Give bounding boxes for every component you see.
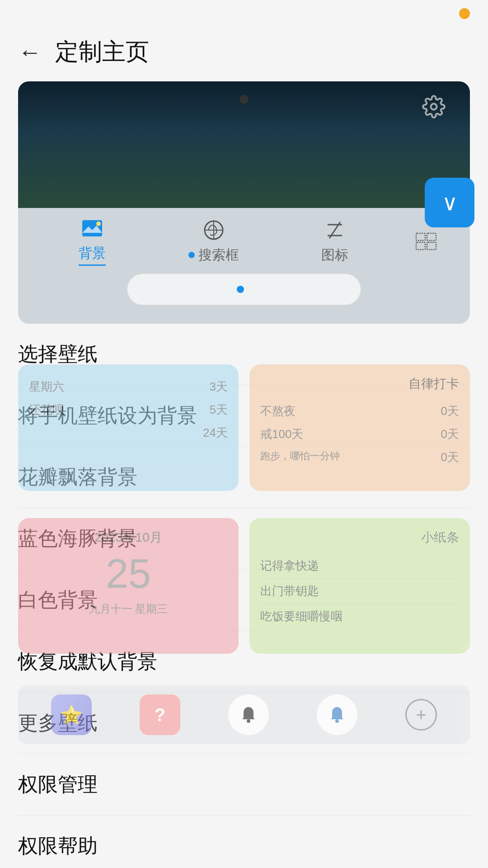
tab-layout[interactable]: [396, 230, 456, 253]
search-box-dot: [237, 286, 244, 293]
menu-item-choose-wallpaper[interactable]: 选择壁纸: [18, 324, 470, 385]
menu-item-permission-help[interactable]: 权限帮助: [18, 816, 470, 868]
search-box-preview: [127, 273, 361, 306]
preview-background: [18, 81, 470, 208]
chevron-down-icon: ∨: [442, 190, 458, 215]
svg-point-3: [96, 222, 101, 226]
camera-dot: [239, 95, 249, 104]
menu-item-petal-bg[interactable]: 花瓣飘落背景: [18, 447, 470, 508]
search-tab-icon: [200, 219, 227, 241]
layout-tab-icon: [413, 230, 440, 253]
icons-tab-icon: [321, 219, 348, 241]
background-tab-icon: [79, 217, 106, 240]
preview-frame: 背景 搜索框: [18, 81, 470, 324]
svg-rect-13: [427, 242, 436, 250]
menu-item-restore-default[interactable]: 恢复成默认背景: [18, 631, 470, 693]
tab-icons[interactable]: 图标: [274, 219, 396, 264]
page-title: 定制主页: [55, 36, 149, 68]
menu-item-dolphin-bg[interactable]: 蓝色海豚背景: [18, 508, 470, 570]
menu-item-set-phone-wallpaper[interactable]: 将手机壁纸设为背景: [18, 385, 470, 447]
svg-rect-12: [416, 242, 425, 250]
icons-tab-label: 图标: [321, 246, 348, 264]
preview-section: 背景 搜索框: [18, 81, 470, 324]
menu-item-white-bg[interactable]: 白色背景: [18, 570, 470, 631]
search-box-row: [32, 273, 456, 306]
status-bar: [0, 0, 488, 27]
background-tab-label: 背景: [79, 244, 106, 266]
tabs-panel: 背景 搜索框: [18, 208, 470, 324]
menu-item-more-wallpaper[interactable]: 更多壁纸: [18, 693, 470, 754]
svg-rect-10: [416, 233, 425, 241]
search-tab-label: 搜索框: [198, 246, 239, 264]
svg-point-0: [431, 104, 437, 110]
expand-button[interactable]: ∨: [425, 178, 470, 227]
menu-list: 选择壁纸 将手机壁纸设为背景 花瓣飘落背景 蓝色海豚背景 白色背景 恢复成默认背…: [0, 324, 488, 868]
tab-search[interactable]: 搜索框: [153, 219, 275, 264]
gear-icon[interactable]: [422, 95, 447, 120]
menu-item-permission-manage[interactable]: 权限管理: [18, 754, 470, 816]
svg-rect-11: [427, 233, 436, 241]
search-tab-dot: [188, 252, 195, 258]
page-header: ← 定制主页: [0, 27, 488, 81]
tabs-row: 背景 搜索框: [32, 217, 456, 266]
back-button[interactable]: ←: [18, 38, 42, 66]
status-indicator: [459, 8, 470, 19]
tab-background[interactable]: 背景: [32, 217, 153, 266]
